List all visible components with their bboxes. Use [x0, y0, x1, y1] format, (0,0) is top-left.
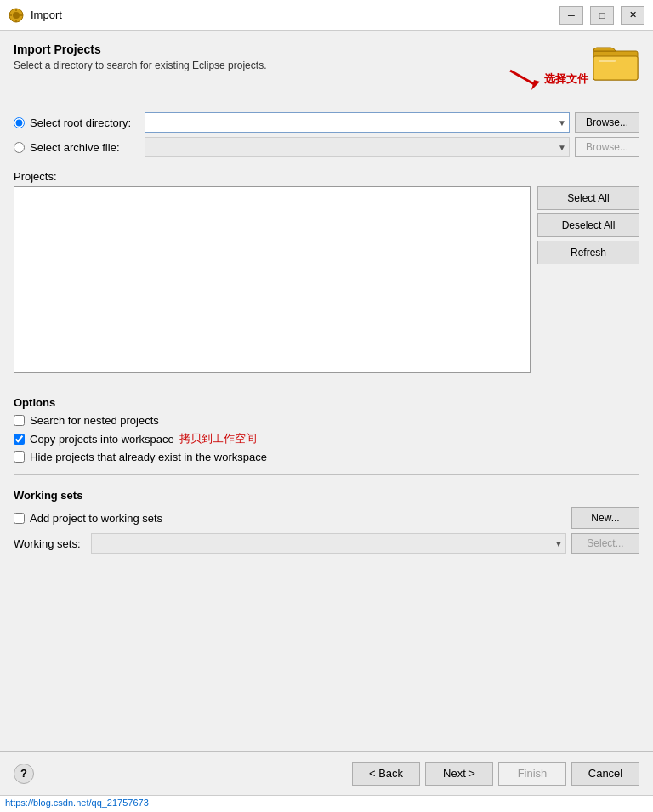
projects-label: Projects: — [14, 170, 639, 183]
header-icon-area: 选择文件 — [554, 43, 639, 102]
projects-list[interactable] — [14, 186, 531, 373]
finish-button[interactable]: Finish — [498, 762, 566, 786]
next-button[interactable]: Next > — [425, 762, 493, 786]
copy-projects-row: Copy projects into workspace 拷贝到工作空间 — [14, 431, 639, 446]
working-sets-section: Working sets Add project to working sets… — [14, 482, 639, 554]
working-sets-label: Working sets — [14, 489, 639, 502]
back-button[interactable]: < Back — [352, 762, 420, 786]
url-text: https://blog.csdn.net/qq_21757673 — [5, 798, 149, 808]
projects-area: Select All Deselect All Refresh — [14, 186, 639, 373]
separator-2 — [14, 474, 639, 475]
archive-file-row: Select archive file: ▼ Browse... — [14, 137, 639, 157]
options-label: Options — [14, 396, 639, 409]
archive-file-select[interactable] — [145, 137, 570, 157]
root-dir-input-wrapper: ▼ — [145, 112, 570, 133]
dialog-title: Import Projects — [14, 43, 554, 56]
footer-buttons: < Back Next > Finish Cancel — [352, 762, 639, 786]
header-text: Import Projects Select a directory to se… — [14, 43, 554, 71]
main-content: Import Projects Select a directory to se… — [0, 31, 653, 751]
select-all-button[interactable]: Select All — [537, 186, 639, 210]
minimize-button[interactable]: ─ — [559, 6, 583, 25]
nested-projects-checkbox[interactable] — [14, 415, 25, 426]
window-controls: ─ □ ✕ — [559, 6, 644, 25]
refresh-button[interactable]: Refresh — [537, 241, 639, 264]
svg-point-1 — [13, 12, 20, 19]
footer: ? < Back Next > Finish Cancel — [0, 751, 653, 795]
working-sets-input-label: Working sets: — [14, 537, 86, 550]
working-sets-combo-wrapper: ▼ — [91, 533, 566, 554]
root-dir-input[interactable] — [145, 112, 570, 133]
select-working-set-button[interactable]: Select... — [571, 533, 639, 554]
options-section: Options Search for nested projects Copy … — [14, 396, 639, 468]
nested-projects-label[interactable]: Search for nested projects — [30, 414, 159, 427]
root-dir-label[interactable]: Select root directory: — [30, 116, 145, 129]
url-bar: https://blog.csdn.net/qq_21757673 — [0, 795, 653, 812]
deselect-all-button[interactable]: Deselect All — [537, 213, 639, 237]
new-working-set-button[interactable]: New... — [571, 507, 639, 529]
help-button[interactable]: ? — [14, 764, 34, 784]
working-sets-select[interactable] — [91, 533, 566, 554]
cancel-button[interactable]: Cancel — [571, 762, 639, 786]
title-bar: Import ─ □ ✕ — [0, 0, 653, 31]
copy-projects-checkbox[interactable] — [14, 434, 25, 445]
archive-browse-button[interactable]: Browse... — [575, 137, 639, 157]
close-button[interactable]: ✕ — [621, 6, 644, 25]
root-dir-browse-button[interactable]: Browse... — [575, 112, 639, 133]
maximize-button[interactable]: □ — [590, 6, 614, 25]
add-to-working-sets-label[interactable]: Add project to working sets — [30, 512, 566, 525]
icon-annotation-text: 选择文件 — [544, 71, 588, 87]
header-area: Import Projects Select a directory to se… — [14, 43, 639, 102]
separator-1 — [14, 389, 639, 389]
directory-section: Select root directory: ▼ Browse... Selec… — [14, 112, 639, 162]
hide-projects-label[interactable]: Hide projects that already exist in the … — [30, 451, 267, 463]
add-to-working-sets-row: Add project to working sets New... — [14, 507, 639, 529]
copy-projects-label[interactable]: Copy projects into workspace — [30, 433, 174, 446]
archive-file-label[interactable]: Select archive file: — [30, 141, 145, 154]
add-to-working-sets-checkbox[interactable] — [14, 513, 25, 524]
red-arrow-icon — [502, 66, 544, 92]
folder-icon — [592, 43, 639, 83]
archive-file-radio[interactable] — [14, 142, 25, 153]
root-dir-row: Select root directory: ▼ Browse... — [14, 112, 639, 133]
svg-line-9 — [510, 71, 536, 85]
window-title: Import — [31, 9, 559, 21]
hide-projects-row: Hide projects that already exist in the … — [14, 451, 639, 463]
svg-rect-8 — [599, 60, 616, 62]
hide-projects-checkbox[interactable] — [14, 451, 25, 463]
projects-section: Projects: Select All Deselect All Refres… — [14, 170, 639, 382]
svg-marker-10 — [531, 80, 540, 90]
app-icon — [9, 8, 24, 23]
projects-buttons: Select All Deselect All Refresh — [537, 186, 639, 373]
arrow-annotation: 选择文件 — [502, 66, 588, 92]
working-sets-input-row: Working sets: ▼ Select... — [14, 533, 639, 554]
copy-annotation-text: 拷贝到工作空间 — [179, 431, 257, 446]
archive-combo-wrapper: ▼ — [145, 137, 570, 157]
nested-projects-row: Search for nested projects — [14, 414, 639, 427]
dialog-subtitle: Select a directory to search for existin… — [14, 60, 554, 71]
root-dir-radio[interactable] — [14, 117, 25, 128]
